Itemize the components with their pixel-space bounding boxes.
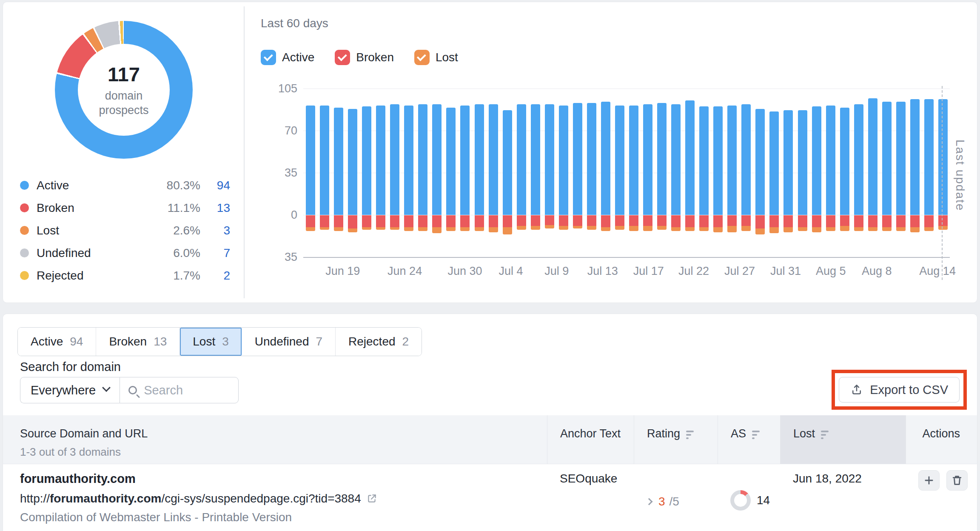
- bar-segment: [432, 227, 442, 233]
- filter-active[interactable]: Active: [261, 50, 314, 65]
- bar-segment: [601, 215, 610, 227]
- bar-segment: [615, 215, 624, 226]
- legend-percent: 80.3%: [149, 179, 200, 192]
- bar-segment: [460, 215, 470, 227]
- trash-icon: [951, 474, 963, 486]
- bar-segment: [587, 226, 596, 229]
- prospects-total: 117: [108, 63, 140, 86]
- bar-segment: [783, 227, 793, 232]
- bar-segment: [699, 106, 709, 215]
- tab-broken[interactable]: Broken 13: [96, 328, 180, 356]
- bar-segment: [320, 106, 329, 215]
- bar-segment: [699, 227, 709, 231]
- bar-segment: [587, 103, 596, 215]
- x-axis-tick: Jul 13: [587, 265, 618, 278]
- bar-segment: [418, 227, 427, 231]
- bar-segment: [769, 111, 779, 215]
- gridline: [303, 88, 950, 89]
- bar-segment: [362, 215, 371, 227]
- bar-segment: [503, 215, 512, 227]
- bar-segment: [545, 225, 554, 228]
- bar-segment: [938, 215, 948, 226]
- bar-segment: [559, 215, 568, 226]
- checkbox-checked-icon[interactable]: [414, 50, 430, 65]
- bar-segment: [404, 215, 413, 227]
- bar-segment: [517, 215, 526, 226]
- bar-segment: [882, 102, 892, 215]
- bar-segment: [601, 102, 610, 215]
- annotation-highlight-box: Export to CSV: [832, 370, 967, 410]
- legend-label: Undefined: [37, 246, 149, 260]
- legend-item-undefined: Undefined 6.0% 7: [20, 242, 230, 264]
- bar-segment: [938, 226, 948, 229]
- bar-segment: [910, 215, 920, 227]
- tab-label: Broken: [109, 335, 147, 348]
- filter-lost[interactable]: Lost: [414, 50, 458, 65]
- chevron-down-icon: [102, 383, 111, 392]
- bar-segment: [306, 215, 315, 227]
- checkbox-checked-icon[interactable]: [335, 50, 350, 65]
- bar-segment: [910, 99, 920, 215]
- export-to-csv-button[interactable]: Export to CSV: [839, 377, 960, 403]
- x-axis-tick: Aug 8: [862, 265, 892, 278]
- sort-icon[interactable]: [821, 431, 829, 439]
- bar-segment: [460, 227, 470, 231]
- bar-segment: [882, 215, 892, 227]
- bar-segment: [924, 215, 934, 227]
- search-input[interactable]: [144, 383, 225, 397]
- bar-segment: [783, 110, 793, 215]
- tab-active[interactable]: Active 94: [18, 328, 96, 356]
- bar-segment: [559, 106, 568, 215]
- y-axis-tick: 35: [265, 251, 297, 263]
- column-actions: Actions: [906, 415, 977, 464]
- delete-button[interactable]: [946, 470, 968, 491]
- bar-segment: [657, 226, 667, 229]
- bar-segment: [390, 227, 399, 230]
- bar-segment: [643, 215, 652, 226]
- source-domain-cell: forumauthority.com http://forumauthority…: [3, 464, 547, 531]
- plus-icon: [923, 474, 935, 486]
- bar-segment: [503, 110, 512, 215]
- filter-broken[interactable]: Broken: [335, 50, 394, 65]
- authority-score-value: 14: [757, 494, 770, 507]
- tab-lost[interactable]: Lost 3: [180, 328, 242, 356]
- checkbox-checked-icon[interactable]: [261, 50, 276, 65]
- legend-count-link[interactable]: 7: [200, 246, 230, 260]
- source-domain: forumauthority.com: [20, 472, 547, 486]
- bar-segment: [629, 226, 638, 231]
- tab-undefined[interactable]: Undefined 7: [242, 328, 336, 356]
- legend-item-rejected: Rejected 1.7% 2: [20, 264, 230, 287]
- add-to-list-button[interactable]: [918, 470, 940, 491]
- bar-segment: [812, 106, 821, 215]
- bar-segment: [334, 227, 343, 231]
- bar-segment: [418, 215, 427, 227]
- x-axis-tick: Aug 5: [816, 265, 846, 278]
- tab-count: 94: [70, 335, 83, 348]
- legend-count-link[interactable]: 3: [200, 224, 230, 237]
- bar-segment: [755, 109, 765, 215]
- scope-select-value: Everywhere: [31, 383, 96, 397]
- sort-icon[interactable]: [686, 431, 694, 439]
- last-update-label: Last update: [953, 140, 967, 211]
- source-page-title: Compilation of Webmaster Links - Printab…: [20, 511, 547, 524]
- legend-count-link[interactable]: 13: [200, 201, 230, 215]
- tab-count: 2: [402, 335, 409, 348]
- bar-segment: [727, 215, 737, 226]
- legend-count-link[interactable]: 2: [200, 269, 230, 283]
- x-axis-tick: Jul 4: [499, 265, 523, 278]
- tab-rejected[interactable]: Rejected 2: [336, 328, 422, 356]
- expand-chevron-icon[interactable]: [646, 498, 653, 505]
- table-header: Source Domain and URL 1-3 out of 3 domai…: [3, 415, 977, 464]
- legend-item-active: Active 80.3% 94: [20, 174, 230, 197]
- bar-segment: [924, 99, 934, 215]
- legend-count-link[interactable]: 94: [200, 179, 230, 192]
- scope-select[interactable]: Everywhere: [20, 377, 120, 403]
- column-rating: Rating: [634, 415, 718, 464]
- external-link-icon[interactable]: [366, 493, 377, 504]
- bar-segment: [924, 227, 934, 231]
- bar-segment: [741, 226, 751, 231]
- legend-label: Active: [37, 179, 149, 192]
- search-label: Search for domain: [20, 360, 121, 374]
- sort-icon[interactable]: [752, 431, 760, 439]
- search-controls: Everywhere: [20, 377, 239, 403]
